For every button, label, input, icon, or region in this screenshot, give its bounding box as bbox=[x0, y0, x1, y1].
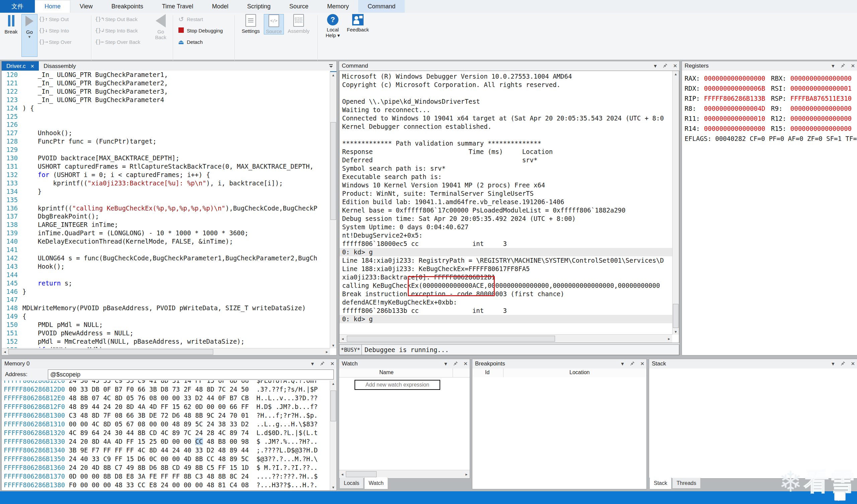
watch-hscrollbar[interactable]: ◄ ► bbox=[339, 470, 470, 478]
step-over-back-button[interactable]: {}←Step Over Back bbox=[95, 36, 152, 48]
stack-tab-strip: Stack Threads bbox=[650, 478, 701, 489]
step-over-button[interactable]: {}→Step Over bbox=[39, 36, 89, 48]
ribbon-tab-time-travel[interactable]: Time Travel bbox=[153, 0, 203, 13]
scroll-thumb[interactable] bbox=[346, 471, 376, 477]
stack-frames-list[interactable] bbox=[649, 368, 857, 478]
feedback-button[interactable]: Feedback bbox=[346, 14, 370, 32]
pin-icon[interactable] bbox=[841, 361, 845, 367]
source-hscrollbar[interactable]: ◄ ► bbox=[2, 348, 330, 355]
scroll-thumb[interactable] bbox=[331, 122, 336, 220]
panel-menu-icon[interactable]: ▼ bbox=[620, 361, 625, 367]
tab-stack[interactable]: Stack bbox=[650, 477, 672, 489]
scroll-thumb[interactable] bbox=[673, 304, 678, 328]
source-line: 147 bbox=[2, 296, 330, 304]
source-line: 123 _In_ ULONG_PTR BugCheckParameter4 bbox=[2, 96, 330, 104]
source-mode-button[interactable]: </> Source bbox=[264, 14, 284, 34]
assembly-mode-button[interactable]: OIIOIIOIOI Assembly bbox=[285, 14, 312, 34]
restart-button[interactable]: ↺Restart bbox=[177, 13, 237, 25]
scroll-up-icon[interactable]: ▲ bbox=[330, 72, 336, 78]
command-vscrollbar[interactable]: ▲ ▼ bbox=[672, 71, 679, 335]
scroll-thumb[interactable] bbox=[331, 390, 336, 421]
command-line: Edition build lab: 19041.1.amd64fre.vb_r… bbox=[339, 198, 672, 206]
step-out-button[interactable]: {}↑Step Out bbox=[39, 13, 89, 25]
local-help-button[interactable]: ? LocalHelp ▾ bbox=[322, 14, 343, 38]
panel-menu-icon[interactable]: ▼ bbox=[443, 361, 448, 367]
tab-list-dropdown-icon[interactable] bbox=[329, 64, 334, 68]
scroll-thumb[interactable] bbox=[9, 349, 213, 355]
ribbon-tab-view[interactable]: View bbox=[70, 0, 102, 13]
scroll-down-icon[interactable]: ▼ bbox=[330, 484, 336, 490]
close-icon[interactable]: ✕ bbox=[673, 63, 677, 69]
add-watch-expression[interactable]: Add new watch expression bbox=[354, 380, 440, 390]
source-line: 143 Hook(); bbox=[2, 263, 330, 271]
tab-watch[interactable]: Watch bbox=[364, 477, 388, 489]
tab-locals[interactable]: Locals bbox=[339, 478, 364, 489]
scroll-thumb[interactable] bbox=[347, 336, 555, 342]
pin-icon[interactable] bbox=[841, 63, 845, 69]
command-line: Deferred srv* bbox=[339, 156, 672, 164]
scroll-left-icon[interactable]: ◄ bbox=[339, 471, 346, 477]
panel-menu-icon[interactable]: ▼ bbox=[831, 63, 836, 69]
source-vscrollbar[interactable]: ▲ ▼ bbox=[330, 72, 336, 348]
go-back-button[interactable]: GoBack bbox=[151, 14, 170, 40]
go-dropdown-icon[interactable]: ▼ bbox=[28, 35, 32, 39]
scroll-up-icon[interactable]: ▲ bbox=[673, 71, 679, 77]
scroll-left-icon[interactable]: ◄ bbox=[2, 349, 8, 355]
panel-menu-icon[interactable]: ▼ bbox=[831, 361, 836, 367]
ribbon-tab-breakpoints[interactable]: Breakpoints bbox=[102, 0, 153, 13]
command-hscrollbar[interactable]: ◄ ► bbox=[339, 334, 672, 343]
panel-menu-icon[interactable]: ▼ bbox=[310, 361, 315, 367]
command-input[interactable]: Debuggee is running... bbox=[362, 345, 679, 355]
source-line: 137 DbgBreakPoint(); bbox=[2, 212, 330, 220]
pin-icon[interactable] bbox=[663, 63, 668, 69]
break-button[interactable]: Break bbox=[2, 14, 20, 34]
ribbon-tab-home[interactable]: Home bbox=[35, 0, 70, 13]
registers-list[interactable]: RAX:0000000000000000RBX:0000000000000000… bbox=[682, 71, 857, 355]
close-icon[interactable]: ✕ bbox=[851, 63, 855, 69]
scroll-left-icon[interactable]: ◄ bbox=[339, 336, 346, 342]
pin-icon[interactable] bbox=[630, 361, 635, 367]
ribbon-tab-model[interactable]: Model bbox=[203, 0, 238, 13]
close-icon[interactable]: ✕ bbox=[640, 361, 644, 367]
stop-debugging-button[interactable]: Stop Debugging bbox=[177, 25, 237, 36]
ribbon-tab-command[interactable]: Command bbox=[358, 0, 405, 13]
pin-icon[interactable] bbox=[453, 361, 458, 367]
step-into-back-button[interactable]: {}↲Step Into Back bbox=[95, 25, 152, 36]
tab-threads[interactable]: Threads bbox=[672, 478, 701, 489]
detach-button[interactable]: ⏏Detach bbox=[177, 36, 237, 48]
pin-icon[interactable] bbox=[320, 361, 325, 367]
feedback-icon bbox=[352, 14, 364, 26]
scroll-right-icon[interactable]: ► bbox=[666, 336, 672, 342]
settings-button[interactable]: Settings bbox=[240, 14, 262, 34]
panel-menu-icon[interactable]: ▼ bbox=[653, 63, 658, 69]
command-line: Executable search path is: bbox=[339, 173, 672, 181]
source-code[interactable]: 120 _In_ ULONG_PTR BugCheckParameter1,12… bbox=[2, 71, 330, 348]
id-column-header[interactable]: Id bbox=[485, 369, 489, 375]
breakpoints-list[interactable] bbox=[472, 377, 646, 489]
memory-dump[interactable]: FFFFF806286B12C0 24 50 45 55 C9 55 C9 41… bbox=[2, 381, 330, 490]
step-into-button[interactable]: {}↓Step Into bbox=[39, 25, 89, 36]
memory-vscrollbar[interactable]: ▲ ▼ bbox=[330, 381, 336, 490]
ribbon-tab-source[interactable]: Source bbox=[280, 0, 318, 13]
step-out-back-button[interactable]: {}↰Step Out Back bbox=[95, 13, 152, 25]
source-line: 132 for (USHORT i = 0; i < capturedFrame… bbox=[2, 171, 330, 179]
tab-driver-c[interactable]: Driver.c ✕ bbox=[2, 61, 39, 71]
close-icon[interactable]: ✕ bbox=[463, 361, 468, 367]
scroll-up-icon[interactable]: ▲ bbox=[330, 381, 336, 387]
scroll-down-icon[interactable]: ▼ bbox=[673, 329, 679, 335]
scroll-right-icon[interactable]: ► bbox=[324, 349, 330, 355]
close-icon[interactable]: ✕ bbox=[330, 361, 334, 367]
ribbon-tab-scripting[interactable]: Scripting bbox=[238, 0, 280, 13]
file-menu-button[interactable]: 文件 bbox=[0, 0, 35, 13]
close-icon[interactable]: ✕ bbox=[851, 361, 855, 367]
scroll-down-icon[interactable]: ▼ bbox=[330, 342, 336, 348]
command-output[interactable]: Microsoft (R) Windows Debugger Version 1… bbox=[339, 71, 679, 343]
tab-disassembly[interactable]: Disassembly bbox=[39, 61, 80, 71]
go-button[interactable]: Go ▼ bbox=[21, 14, 37, 57]
scroll-right-icon[interactable]: ► bbox=[463, 471, 470, 477]
name-column-header[interactable]: Name bbox=[379, 369, 394, 375]
ribbon-tab-memory[interactable]: Memory bbox=[318, 0, 358, 13]
close-icon[interactable]: ✕ bbox=[31, 64, 34, 69]
location-column-header[interactable]: Location bbox=[569, 369, 590, 375]
address-input[interactable]: @$scopeip bbox=[48, 369, 334, 380]
